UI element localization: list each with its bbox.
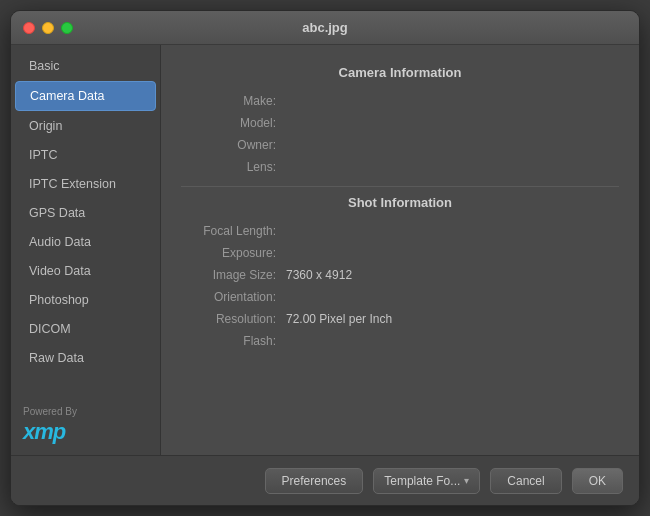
powered-by-label: Powered By [23,406,77,417]
sidebar-item-gps-data[interactable]: GPS Data [15,199,156,227]
table-row: Make: [181,90,619,112]
owner-label: Owner: [181,138,286,152]
focal-length-label: Focal Length: [181,224,286,238]
main-window: abc.jpg Basic Camera Data Origin IPTC IP… [10,10,640,506]
section-divider [181,186,619,187]
resolution-label: Resolution: [181,312,286,326]
sidebar-item-origin[interactable]: Origin [15,112,156,140]
sidebar-item-basic[interactable]: Basic [15,52,156,80]
cancel-button[interactable]: Cancel [490,468,561,494]
lens-label: Lens: [181,160,286,174]
xmp-logo: xmp [23,419,65,445]
sidebar-footer: Powered By xmp [11,396,160,455]
table-row: Image Size: 7360 x 4912 [181,264,619,286]
content-area: Basic Camera Data Origin IPTC IPTC Exten… [11,45,639,455]
make-label: Make: [181,94,286,108]
image-size-value: 7360 x 4912 [286,268,619,282]
table-row: Lens: [181,156,619,178]
titlebar: abc.jpg [11,11,639,45]
window-controls [23,22,73,34]
sidebar-item-raw-data[interactable]: Raw Data [15,344,156,372]
main-panel: Camera Information Make: Model: Owner: L… [161,45,639,455]
table-row: Focal Length: [181,220,619,242]
maximize-button[interactable] [61,22,73,34]
template-label: Template Fo... [384,474,460,488]
sidebar-items-list: Basic Camera Data Origin IPTC IPTC Exten… [11,45,160,396]
table-row: Resolution: 72.00 Pixel per Inch [181,308,619,330]
footer-right: Preferences Template Fo... ▾ Cancel OK [265,468,623,494]
sidebar-item-video-data[interactable]: Video Data [15,257,156,285]
table-row: Owner: [181,134,619,156]
template-button[interactable]: Template Fo... ▾ [373,468,480,494]
minimize-button[interactable] [42,22,54,34]
chevron-down-icon: ▾ [464,475,469,486]
table-row: Model: [181,112,619,134]
orientation-label: Orientation: [181,290,286,304]
flash-label: Flash: [181,334,286,348]
sidebar-item-iptc[interactable]: IPTC [15,141,156,169]
table-row: Flash: [181,330,619,352]
sidebar: Basic Camera Data Origin IPTC IPTC Exten… [11,45,161,455]
close-button[interactable] [23,22,35,34]
model-label: Model: [181,116,286,130]
shot-section-title: Shot Information [181,195,619,210]
camera-info-table: Make: Model: Owner: Lens: [181,90,619,178]
sidebar-item-photoshop[interactable]: Photoshop [15,286,156,314]
table-row: Orientation: [181,286,619,308]
preferences-button[interactable]: Preferences [265,468,364,494]
sidebar-item-audio-data[interactable]: Audio Data [15,228,156,256]
shot-info-table: Focal Length: Exposure: Image Size: 7360… [181,220,619,352]
sidebar-item-dicom[interactable]: DICOM [15,315,156,343]
sidebar-item-iptc-extension[interactable]: IPTC Extension [15,170,156,198]
table-row: Exposure: [181,242,619,264]
image-size-label: Image Size: [181,268,286,282]
exposure-label: Exposure: [181,246,286,260]
sidebar-item-camera-data[interactable]: Camera Data [15,81,156,111]
resolution-value: 72.00 Pixel per Inch [286,312,619,326]
window-title: abc.jpg [302,20,348,35]
footer: Preferences Template Fo... ▾ Cancel OK [11,455,639,505]
camera-section-title: Camera Information [181,65,619,80]
ok-button[interactable]: OK [572,468,623,494]
